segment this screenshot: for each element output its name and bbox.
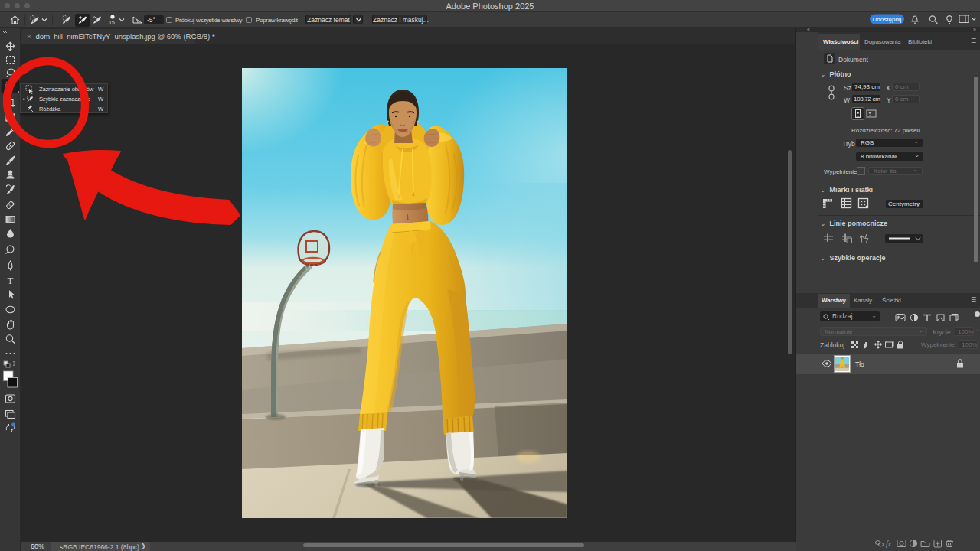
svg-text:T: T [8, 275, 14, 286]
svg-text:fx: fx [886, 540, 892, 548]
